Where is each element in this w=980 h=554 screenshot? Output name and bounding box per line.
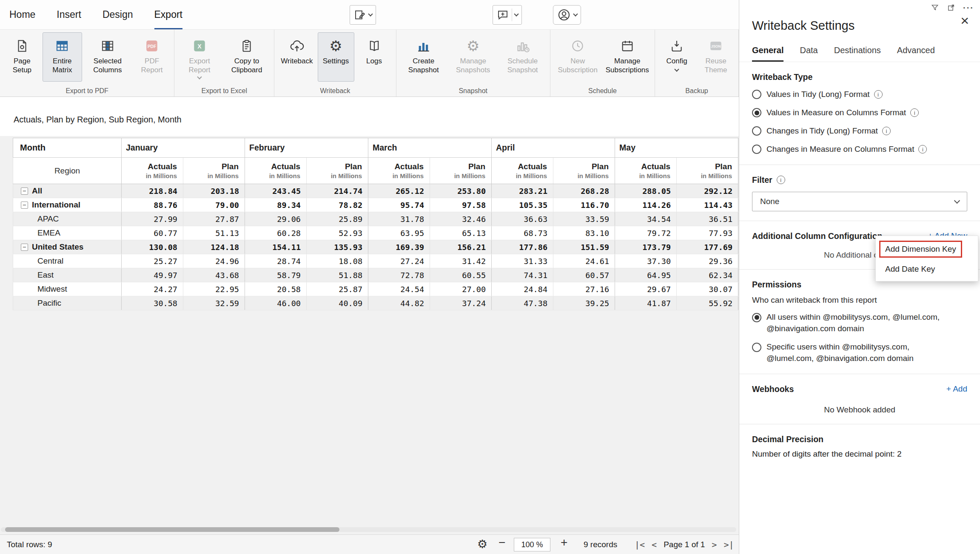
value-cell[interactable]: 116.70 bbox=[553, 198, 615, 212]
table-row-east[interactable]: East 49.97 43.68 58.79 51.88 72.78 60.55… bbox=[13, 268, 738, 282]
collapse-icon[interactable]: − bbox=[21, 244, 28, 251]
month-header[interactable]: March bbox=[368, 138, 492, 158]
menu-item-add-date-key[interactable]: Add Date Key bbox=[876, 259, 978, 278]
value-cell[interactable]: 135.93 bbox=[307, 240, 368, 254]
value-cell[interactable]: 63.95 bbox=[368, 226, 430, 240]
table-row-pacific[interactable]: Pacific 30.58 32.59 46.00 40.09 44.82 37… bbox=[13, 296, 738, 310]
value-cell[interactable]: 46.00 bbox=[245, 296, 307, 310]
ribbon-button-page-setup[interactable]: Page Setup bbox=[3, 32, 41, 82]
value-cell[interactable]: 29.06 bbox=[245, 212, 307, 226]
measure-header-plan[interactable]: Planin Millions bbox=[677, 158, 738, 184]
row-header-cell[interactable]: APAC bbox=[13, 212, 122, 226]
value-cell[interactable]: 49.97 bbox=[122, 268, 183, 282]
value-cell[interactable]: 36.63 bbox=[492, 212, 553, 226]
chevron-down-icon[interactable] bbox=[514, 11, 518, 16]
value-cell[interactable]: 37.24 bbox=[430, 296, 492, 310]
value-cell[interactable]: 218.84 bbox=[122, 184, 183, 198]
radio-icon[interactable] bbox=[752, 145, 761, 154]
value-cell[interactable]: 25.27 bbox=[122, 254, 183, 268]
value-cell[interactable]: 27.87 bbox=[183, 212, 245, 226]
tab-design[interactable]: Design bbox=[103, 0, 133, 29]
value-cell[interactable]: 27.99 bbox=[122, 212, 183, 226]
month-header[interactable]: February bbox=[245, 138, 368, 158]
value-cell[interactable]: 22.95 bbox=[183, 282, 245, 296]
measure-header-plan[interactable]: Planin Millions bbox=[183, 158, 245, 184]
value-cell[interactable]: 51.13 bbox=[183, 226, 245, 240]
value-cell[interactable]: 154.11 bbox=[245, 240, 307, 254]
month-header[interactable]: April bbox=[492, 138, 615, 158]
radio-icon[interactable] bbox=[752, 90, 761, 99]
ribbon-button-manage-subscriptions[interactable]: Manage Subscriptions bbox=[603, 32, 651, 82]
value-cell[interactable]: 18.08 bbox=[307, 254, 368, 268]
measure-header-actuals[interactable]: Actualsin Millions bbox=[122, 158, 183, 184]
collapse-icon[interactable]: − bbox=[21, 188, 28, 195]
close-icon[interactable]: × bbox=[960, 14, 969, 27]
value-cell[interactable]: 25.89 bbox=[307, 212, 368, 226]
value-cell[interactable]: 41.87 bbox=[615, 296, 677, 310]
value-cell[interactable]: 25.87 bbox=[307, 282, 368, 296]
previous-page-button[interactable]: < bbox=[652, 540, 657, 550]
value-cell[interactable]: 60.77 bbox=[122, 226, 183, 240]
value-cell[interactable]: 89.34 bbox=[245, 198, 307, 212]
value-cell[interactable]: 72.78 bbox=[368, 268, 430, 282]
value-cell[interactable]: 30.58 bbox=[122, 296, 183, 310]
value-cell[interactable]: 268.28 bbox=[553, 184, 615, 198]
value-cell[interactable]: 88.76 bbox=[122, 198, 183, 212]
value-cell[interactable]: 68.73 bbox=[492, 226, 553, 240]
popout-icon[interactable] bbox=[947, 3, 955, 12]
row-header-cell[interactable]: −International bbox=[13, 198, 122, 212]
value-cell[interactable]: 60.57 bbox=[553, 268, 615, 282]
value-cell[interactable]: 203.18 bbox=[183, 184, 245, 198]
row-header-cell[interactable]: Central bbox=[13, 254, 122, 268]
next-page-button[interactable]: > bbox=[712, 540, 717, 550]
value-cell[interactable]: 27.24 bbox=[368, 254, 430, 268]
first-page-button[interactable]: |< bbox=[635, 540, 645, 550]
value-cell[interactable]: 31.33 bbox=[492, 254, 553, 268]
tab-home[interactable]: Home bbox=[9, 0, 35, 29]
ribbon-button-logs[interactable]: Logs bbox=[356, 32, 393, 82]
value-cell[interactable]: 31.42 bbox=[430, 254, 492, 268]
table-settings-gear-icon[interactable]: ⚙ bbox=[477, 537, 487, 551]
measure-header-actuals[interactable]: Actualsin Millions bbox=[245, 158, 307, 184]
tab-destinations[interactable]: Destinations bbox=[834, 45, 881, 62]
row-header-cell[interactable]: East bbox=[13, 268, 122, 282]
value-cell[interactable]: 33.59 bbox=[553, 212, 615, 226]
value-cell[interactable]: 29.67 bbox=[615, 282, 677, 296]
radio-option-changes-tidy[interactable]: Changes in Tidy (Long) Format i bbox=[752, 125, 967, 137]
info-icon[interactable]: i bbox=[777, 176, 785, 184]
value-cell[interactable]: 58.79 bbox=[245, 268, 307, 282]
value-cell[interactable]: 52.93 bbox=[307, 226, 368, 240]
value-cell[interactable]: 65.13 bbox=[430, 226, 492, 240]
value-cell[interactable]: 51.88 bbox=[307, 268, 368, 282]
month-header[interactable]: May bbox=[615, 138, 738, 158]
table-row-all[interactable]: −All 218.84 203.18 243.45 214.74 265.12 … bbox=[13, 184, 738, 198]
info-icon[interactable]: i bbox=[910, 108, 919, 117]
value-cell[interactable]: 27.16 bbox=[553, 282, 615, 296]
value-cell[interactable]: 43.68 bbox=[183, 268, 245, 282]
menu-item-add-dimension-key[interactable]: Add Dimension Key bbox=[876, 239, 978, 259]
month-header[interactable]: January bbox=[122, 138, 245, 158]
info-icon[interactable]: i bbox=[882, 127, 891, 135]
account-button[interactable] bbox=[553, 5, 581, 25]
ribbon-button-selected-columns[interactable]: Selected Columns bbox=[84, 32, 131, 82]
measure-header-actuals[interactable]: Actualsin Millions bbox=[615, 158, 677, 184]
radio-option-specific-users[interactable]: Specific users within @mobilitysys.com, … bbox=[752, 341, 967, 364]
row-header-cell[interactable]: Pacific bbox=[13, 296, 122, 310]
value-cell[interactable]: 32.59 bbox=[183, 296, 245, 310]
table-row-united-states[interactable]: −United States 130.08 124.18 154.11 135.… bbox=[13, 240, 738, 254]
value-cell[interactable]: 24.27 bbox=[122, 282, 183, 296]
horizontal-scrollbar-thumb[interactable] bbox=[5, 527, 339, 532]
value-cell[interactable]: 34.54 bbox=[615, 212, 677, 226]
radio-icon[interactable] bbox=[752, 126, 761, 136]
value-cell[interactable]: 20.58 bbox=[245, 282, 307, 296]
value-cell[interactable]: 37.30 bbox=[615, 254, 677, 268]
filter-icon[interactable] bbox=[931, 3, 939, 12]
value-cell[interactable]: 55.92 bbox=[677, 296, 738, 310]
measure-header-plan[interactable]: Planin Millions bbox=[553, 158, 615, 184]
value-cell[interactable]: 95.74 bbox=[368, 198, 430, 212]
value-cell[interactable]: 64.95 bbox=[615, 268, 677, 282]
value-cell[interactable]: 29.36 bbox=[677, 254, 738, 268]
value-cell[interactable]: 151.59 bbox=[553, 240, 615, 254]
measure-header-actuals[interactable]: Actualsin Millions bbox=[368, 158, 430, 184]
measure-header-plan[interactable]: Planin Millions bbox=[307, 158, 368, 184]
